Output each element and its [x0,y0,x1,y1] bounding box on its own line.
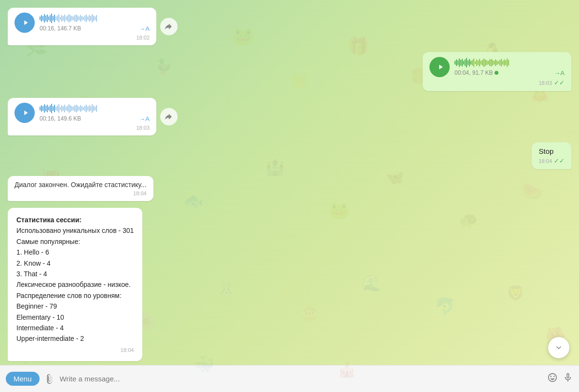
dialog-ended-bubble: Диалог закончен. Ожидайте стастистику...… [8,176,153,201]
stats-popular-1: 1. Hello - 6 [16,247,134,257]
message-4-bubble: Stop 18:04 ✓✓ [532,142,571,169]
attach-button[interactable] [44,374,55,384]
forward-btn-3[interactable] [160,108,178,125]
voice-duration-2: 00:04 [455,69,469,76]
msg-time-5: 18:04 [133,190,147,196]
voice-row-2: 00:04 , 91.7 KB →A [455,69,565,77]
stats-distribution-label: Распределение слов по уровням: [16,290,134,301]
voice-duration-1: 00:16 [40,25,54,32]
menu-button[interactable]: Menu [6,372,40,386]
voice-size-1: 146.7 KB [57,25,81,32]
bubble-footer-5: 18:04 [14,190,147,196]
message-3-row: 00:16 , 149.6 KB →A 18:03 [8,98,571,135]
msg-time-2: 18:03 [538,80,552,86]
stats-beginner: Beginner - 79 [16,301,134,311]
input-bar: Menu [0,365,579,392]
message-2: 00:04 , 91.7 KB →A 18:03 [423,52,571,91]
translate-btn-3[interactable]: →A [139,115,150,122]
message-5-row: Диалог закончен. Ожидайте стастистику...… [8,176,571,201]
waveform-1 [40,14,150,23]
message-4: Stop 18:04 ✓✓ [532,142,571,169]
message-input[interactable] [60,375,542,383]
message-6-row: Статистика сессии: Использовано уникальн… [8,208,571,361]
dialog-ended-text: Диалог закончен. Ожидайте стастистику... [14,181,147,189]
voice-sep-3: , [54,115,57,122]
scroll-down-button[interactable] [548,337,569,358]
bubble-footer-6: 18:04 [16,346,134,355]
emoji-button[interactable] [547,372,558,386]
msg-time-1: 18:02 [136,35,150,41]
checkmarks-4: ✓✓ [554,157,565,164]
voice-size-3: 149.6 KB [57,115,81,122]
voice-meta-3: 00:16 , 149.6 KB [40,115,81,122]
messages-area: 00:16 , 146.7 KB →A 18:02 [0,0,579,365]
stats-bubble: Статистика сессии: Использовано уникальн… [8,208,142,361]
voice-row-3: 00:16 , 149.6 KB →A [40,115,150,122]
voice-meta-1: 00:16 , 146.7 KB [40,25,81,32]
dot-indicator-2 [495,71,498,75]
stats-upper-intermediate: Upper-intermediate - 2 [16,333,134,344]
stats-lexical: Лексическое разнообразие - низкое. [16,279,134,290]
mic-button[interactable] [563,372,573,386]
translate-btn-2[interactable]: →A [554,69,565,77]
voice-size-2: 91.7 KB [472,69,493,76]
play-button-2[interactable] [429,57,450,77]
voice-message-3: 00:16 , 149.6 KB →A [14,103,150,123]
msg-time-4: 18:04 [538,158,552,164]
voice-row-1: 00:16 , 146.7 KB →A [40,25,150,32]
stats-popular-2: 2. Know - 4 [16,258,134,269]
play-button-3[interactable] [14,103,35,123]
waveform-3 [40,104,150,113]
stats-unique-words: Использовано уникальных слов - 301 [16,225,134,236]
message-2-row: 00:04 , 91.7 KB →A 18:03 [8,52,571,91]
stats-title: Статистика сессии: [16,215,134,225]
voice-info-3: 00:16 , 149.6 KB →A [40,104,150,122]
chat-container: 🌿 🍕 🦆 🐸 🌟 🎁 🍔 🐧 🦀 🐙 🍎 🐟 🏰 🐸 🦋 🐢 🍉 🍦 🌸 🐰 … [0,0,579,392]
message-5: Диалог закончен. Ожидайте стастистику...… [8,176,153,201]
voice-message-1: 00:16 , 146.7 KB →A [14,13,150,33]
bubble-footer-1: 18:02 [14,35,150,41]
stop-text: Stop [538,147,553,155]
waveform-2 [455,58,565,68]
msg-time-3: 18:03 [136,125,150,131]
message-4-row: Stop 18:04 ✓✓ [8,142,571,169]
message-6: Статистика сессии: Использовано уникальн… [8,208,142,361]
voice-duration-3: 00:16 [40,115,54,122]
message-3: 00:16 , 149.6 KB →A 18:03 [8,98,178,135]
voice-info-1: 00:16 , 146.7 KB →A [40,14,150,32]
stop-bubble: Stop [538,147,565,155]
voice-message-2: 00:04 , 91.7 KB →A [429,57,565,77]
stats-popular-3: 3. That - 4 [16,269,134,279]
voice-meta-2: 00:04 , 91.7 KB [455,69,498,76]
msg-time-6: 18:04 [121,346,134,355]
forward-btn-1[interactable] [160,18,178,35]
message-2-bubble: 00:04 , 91.7 KB →A 18:03 [423,52,571,91]
stats-intermediate: Intermediate - 4 [16,323,134,333]
message-3-bubble: 00:16 , 149.6 KB →A 18:03 [8,98,156,135]
voice-info-2: 00:04 , 91.7 KB →A [455,58,565,77]
checkmarks-2: ✓✓ [554,79,565,86]
voice-sep-2: , [469,69,472,76]
stats-elementary: Elementary - 10 [16,312,134,323]
message-1-row: 00:16 , 146.7 KB →A 18:02 [8,8,571,45]
voice-sep-1: , [54,25,57,32]
message-1-bubble: 00:16 , 146.7 KB →A 18:02 [8,8,156,45]
play-button-1[interactable] [14,13,35,33]
bubble-footer-3: 18:03 [14,125,150,131]
bubble-footer-2: 18:03 ✓✓ [429,79,565,86]
bubble-footer-4: 18:04 ✓✓ [538,157,565,164]
message-1: 00:16 , 146.7 KB →A 18:02 [8,8,178,45]
stats-popular-label: Самые популярные: [16,236,134,247]
translate-btn-1[interactable]: →A [139,25,150,32]
